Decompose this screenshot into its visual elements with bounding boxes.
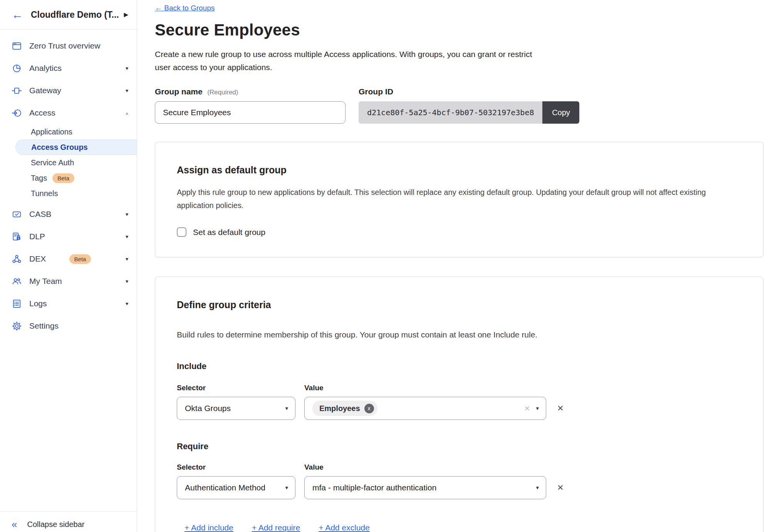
access-icon <box>12 108 22 118</box>
collapse-sidebar-label: Collapse sidebar <box>27 520 84 529</box>
card-title: Assign as default group <box>177 164 740 176</box>
include-selector-dropdown[interactable]: Okta Groups ▾ <box>177 397 295 420</box>
group-id-value: d21ce80f-5a25-4bcf-9b07-5032197e3be8 <box>359 101 542 124</box>
zero-trust-dashboard: ← Cloudflare Demo (T... ▶ Zero Trust ove… <box>0 0 770 532</box>
assign-default-group-card: Assign as default group Apply this rule … <box>155 142 763 257</box>
sidebar-item-my-team[interactable]: My Team ▾ <box>0 270 137 292</box>
card-title: Define group criteria <box>177 299 740 310</box>
chevron-down-icon: ▾ <box>126 233 128 240</box>
sidebar-item-label: Tags <box>31 174 47 183</box>
define-group-criteria-card: Define group criteria Build rules to det… <box>155 277 763 532</box>
chevron-down-icon: ▾ <box>126 65 128 71</box>
card-description: Build rules to determine membership of t… <box>177 328 724 341</box>
chevron-down-icon: ▾ <box>536 405 539 412</box>
set-default-group-row[interactable]: Set as default group <box>177 227 740 237</box>
checkbox-label: Set as default group <box>193 228 265 237</box>
sidebar-item-label: DLP <box>29 232 126 241</box>
include-rule-row: Okta Groups ▾ Employees x × ▾ ✕ <box>177 397 740 420</box>
sidebar-item-label: Analytics <box>29 64 126 73</box>
sidebar-item-analytics[interactable]: Analytics ▾ <box>0 57 137 79</box>
sidebar-item-service-auth[interactable]: Service Auth <box>0 155 137 170</box>
value-label: Value <box>304 463 546 472</box>
add-rule-links: + Add include + Add require + Add exclud… <box>185 523 740 532</box>
sidebar-item-settings[interactable]: Settings <box>0 315 137 337</box>
chevron-down-icon: ▾ <box>285 405 288 412</box>
document-lock-icon <box>12 232 22 242</box>
sidebar-item-gateway[interactable]: Gateway ▾ <box>0 79 137 102</box>
chevron-down-icon: ▾ <box>536 484 539 491</box>
network-nodes-icon <box>12 254 22 264</box>
collapse-sidebar-button[interactable]: « Collapse sidebar <box>0 511 137 532</box>
add-include-link[interactable]: + Add include <box>185 523 233 532</box>
sidebar-item-label: My Team <box>29 277 126 286</box>
group-id-label: Group ID <box>359 87 579 96</box>
selector-label: Selector <box>177 463 295 472</box>
value-label: Value <box>304 384 546 392</box>
sidebar-item-label: DEX <box>29 254 64 263</box>
people-icon <box>12 276 22 287</box>
account-expand-icon[interactable]: ▶ <box>124 11 128 18</box>
chevron-down-icon: ▾ <box>126 278 128 284</box>
sidebar-item-access-groups[interactable]: Access Groups <box>15 139 137 155</box>
sidebar-item-label: Settings <box>29 321 128 331</box>
require-value-dropdown[interactable]: mfa - multiple-factor authentication ▾ <box>304 476 546 499</box>
beta-badge: Beta <box>69 254 91 264</box>
sidebar-item-tunnels[interactable]: Tunnels <box>0 186 137 201</box>
group-id-field: Group ID d21ce80f-5a25-4bcf-9b07-5032197… <box>359 87 579 124</box>
value-tag-employees: Employees x <box>312 401 377 416</box>
require-heading: Require <box>177 441 740 451</box>
sidebar-item-label: CASB <box>29 210 126 219</box>
account-name[interactable]: Cloudflare Demo (T... <box>31 10 121 20</box>
sidebar-item-label: Zero Trust overview <box>29 41 128 50</box>
sidebar-item-dex[interactable]: DEX Beta ▾ <box>0 248 137 270</box>
sidebar-nav: Zero Trust overview Analytics ▾ Gateway … <box>0 30 137 337</box>
main-content: ← Back to Groups Secure Employees Create… <box>137 0 770 532</box>
selector-label: Selector <box>177 384 295 392</box>
sidebar-item-access[interactable]: Access ▴ <box>0 102 137 124</box>
set-default-group-checkbox[interactable] <box>177 227 186 237</box>
sidebar-item-tags[interactable]: Tags Beta <box>0 170 137 186</box>
include-labels-row: Selector Value <box>177 384 740 392</box>
pie-chart-icon <box>12 63 22 74</box>
window-icon <box>12 41 22 51</box>
group-name-field: Group name (Required) <box>155 87 346 124</box>
sidebar-item-dlp[interactable]: DLP ▾ <box>0 225 137 248</box>
remove-require-rule-icon[interactable]: ✕ <box>557 483 564 492</box>
chevron-down-icon: ▾ <box>126 87 128 94</box>
back-arrow-icon[interactable]: ← <box>12 9 23 20</box>
collapse-chevrons-icon: « <box>12 519 17 530</box>
chevron-down-icon: ▾ <box>126 300 128 307</box>
require-selector-dropdown[interactable]: Authentication Method ▾ <box>177 476 295 499</box>
include-heading: Include <box>177 361 740 371</box>
required-hint: (Required) <box>207 89 238 96</box>
copy-button[interactable]: Copy <box>542 101 579 124</box>
sidebar-item-casb[interactable]: CASB ▾ <box>0 203 137 225</box>
group-name-label: Group name <box>155 87 203 96</box>
sidebar-item-label: Access <box>29 108 126 117</box>
remove-include-rule-icon[interactable]: ✕ <box>557 404 564 413</box>
remove-tag-icon[interactable]: x <box>364 404 374 413</box>
gateway-icon <box>12 86 22 96</box>
page-title: Secure Employees <box>155 21 770 39</box>
include-value-multiselect[interactable]: Employees x × ▾ <box>304 397 546 420</box>
sidebar-item-applications[interactable]: Applications <box>0 124 137 139</box>
group-id-box: d21ce80f-5a25-4bcf-9b07-5032197e3be8 Cop… <box>359 101 579 124</box>
casb-icon <box>12 209 22 220</box>
sidebar-item-label: Gateway <box>29 86 126 95</box>
sidebar-header: ← Cloudflare Demo (T... ▶ <box>0 0 137 30</box>
add-exclude-link[interactable]: + Add exclude <box>319 523 370 532</box>
chevron-down-icon: ▾ <box>126 211 128 217</box>
gear-icon <box>12 321 22 331</box>
card-description: Apply this rule group to new application… <box>177 186 724 212</box>
sidebar-item-label: Applications <box>31 128 72 136</box>
page-description: Create a new rule group to use across mu… <box>155 48 536 74</box>
sidebar-item-zero-trust-overview[interactable]: Zero Trust overview <box>0 35 137 57</box>
chevron-down-icon: ▾ <box>126 256 128 262</box>
log-list-icon <box>12 299 22 309</box>
back-to-groups-link[interactable]: ← Back to Groups <box>155 4 215 12</box>
add-require-link[interactable]: + Add require <box>252 523 300 532</box>
sidebar-item-label: Tunnels <box>31 189 58 198</box>
sidebar-item-logs[interactable]: Logs ▾ <box>0 292 137 315</box>
group-name-input[interactable] <box>155 101 346 124</box>
clear-values-icon[interactable]: × <box>524 403 530 414</box>
